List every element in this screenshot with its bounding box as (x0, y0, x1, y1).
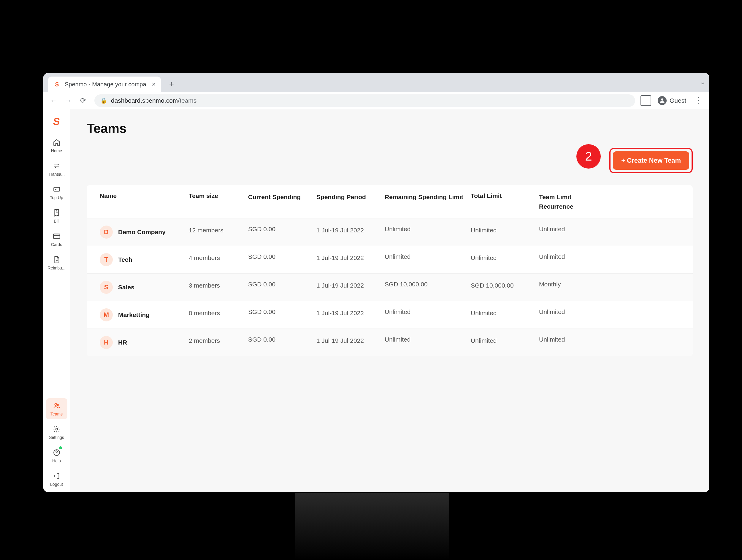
cell-spending: SGD 0.00 (248, 226, 316, 233)
close-icon[interactable]: × (152, 80, 156, 88)
sidebar-item-reimbursement[interactable]: Reimbu... (46, 252, 67, 273)
cell-remaining: Unlimited (385, 226, 471, 233)
svg-point-4 (57, 404, 59, 406)
extension-icon[interactable] (640, 95, 651, 106)
screen: S Spenmo - Manage your compa × ＋ ⌄ ← → ⟳… (43, 73, 709, 492)
cell-name: DDemo Company (100, 226, 189, 239)
cell-total: Unlimited (471, 253, 539, 263)
gear-icon (52, 425, 61, 434)
logout-icon (52, 471, 61, 481)
cell-name: SSales (100, 281, 189, 294)
cell-remaining: Unlimited (385, 309, 471, 316)
chevron-down-icon[interactable]: ⌄ (700, 78, 705, 86)
table-row[interactable]: MMarketting0 membersSGD 0.001 Jul-19 Jul… (87, 301, 693, 329)
cell-period: 1 Jul-19 Jul 2022 (316, 336, 385, 345)
tab-title: Spenmo - Manage your compa (65, 81, 148, 88)
table-row[interactable]: HHR2 membersSGD 0.001 Jul-19 Jul 2022Unl… (87, 329, 693, 356)
cell-spending: SGD 0.00 (248, 336, 316, 343)
cell-period: 1 Jul-19 Jul 2022 (316, 281, 385, 290)
person-icon (658, 96, 667, 105)
url-text: dashboard.spenmo.com/teams (111, 97, 197, 104)
teams-table: Name Team size Current Spending Spending… (87, 185, 693, 356)
team-avatar: H (100, 336, 113, 349)
bill-icon: $ (52, 208, 61, 217)
cell-size: 12 members (189, 226, 248, 235)
col-recurrence: Team Limit Recurrence (539, 192, 604, 211)
cell-total: Unlimited (471, 336, 539, 345)
team-avatar: D (100, 226, 113, 239)
table-row[interactable]: TTech4 membersSGD 0.001 Jul-19 Jul 2022U… (87, 246, 693, 273)
sidebar-item-transactions[interactable]: Transa... (46, 159, 67, 179)
table-row[interactable]: SSales3 membersSGD 0.001 Jul-19 Jul 2022… (87, 273, 693, 301)
reload-button[interactable]: ⟳ (77, 95, 89, 107)
team-avatar: T (100, 253, 113, 266)
cell-spending: SGD 0.00 (248, 281, 316, 288)
team-avatar: S (100, 281, 113, 294)
new-tab-button[interactable]: ＋ (165, 77, 178, 90)
sidebar-item-topup[interactable]: Top Up (46, 182, 67, 203)
sidebar-item-home[interactable]: Home (46, 135, 67, 156)
sidebar-item-help[interactable]: Help (46, 445, 67, 466)
sidebar-item-logout[interactable]: Logout (46, 468, 67, 490)
browser-tab[interactable]: S Spenmo - Manage your compa × (48, 76, 161, 92)
reimburse-icon (52, 255, 61, 264)
cell-recurrence: Unlimited (539, 336, 604, 343)
sidebar-item-cards[interactable]: Cards (46, 229, 67, 250)
cell-period: 1 Jul-19 Jul 2022 (316, 309, 385, 318)
cell-period: 1 Jul-19 Jul 2022 (316, 253, 385, 263)
cell-recurrence: Unlimited (539, 253, 604, 260)
svg-point-5 (55, 428, 58, 430)
help-icon (52, 448, 61, 457)
team-name: HR (118, 338, 127, 347)
col-current-spending: Current Spending (248, 192, 316, 202)
spenmo-favicon: S (53, 81, 61, 88)
address-bar[interactable]: 🔒 dashboard.spenmo.com/teams (94, 94, 635, 107)
action-row: 2 + Create New Team (87, 148, 693, 173)
svg-rect-2 (53, 234, 60, 238)
cell-total: Unlimited (471, 226, 539, 235)
cell-size: 4 members (189, 253, 248, 263)
spenmo-logo[interactable]: S (53, 116, 60, 127)
cell-size: 3 members (189, 281, 248, 290)
teams-icon (52, 401, 61, 410)
cell-recurrence: Unlimited (539, 226, 604, 233)
col-remaining-limit: Remaining Spending Limit (385, 192, 471, 202)
page-title: Teams (87, 121, 693, 136)
guest-label: Guest (670, 97, 686, 104)
cell-period: 1 Jul-19 Jul 2022 (316, 226, 385, 235)
sidebar-item-settings[interactable]: Settings (46, 422, 67, 443)
browser-tabbar: S Spenmo - Manage your compa × ＋ ⌄ (43, 73, 709, 92)
cell-remaining: SGD 10,000.00 (385, 281, 471, 288)
app-body: S Home Transa... Top Up $ Bill (43, 109, 709, 492)
create-new-team-button[interactable]: + Create New Team (613, 151, 689, 170)
col-spending-period: Spending Period (316, 192, 385, 202)
home-icon (52, 138, 61, 147)
cell-recurrence: Monthly (539, 281, 604, 288)
table-header-row: Name Team size Current Spending Spending… (87, 185, 693, 218)
cell-remaining: Unlimited (385, 336, 471, 343)
topup-icon (52, 185, 61, 194)
forward-button[interactable]: → (62, 95, 74, 107)
browser-menu-icon[interactable]: ⋮ (692, 96, 705, 105)
lock-icon: 🔒 (100, 97, 107, 104)
cell-name: MMarketting (100, 309, 189, 321)
svg-point-3 (55, 403, 57, 405)
create-team-highlight: + Create New Team (609, 148, 693, 173)
team-name: Demo Company (118, 227, 166, 237)
profile-button[interactable]: Guest (655, 96, 689, 105)
cell-remaining: Unlimited (385, 253, 471, 260)
monitor-frame: S Spenmo - Manage your compa × ＋ ⌄ ← → ⟳… (37, 66, 716, 499)
col-team-size: Team size (189, 192, 248, 200)
sidebar-item-teams[interactable]: Teams (46, 398, 67, 419)
team-name: Marketting (118, 310, 150, 320)
col-name: Name (100, 192, 189, 200)
cell-total: Unlimited (471, 309, 539, 318)
team-avatar: M (100, 309, 113, 321)
back-button[interactable]: ← (48, 95, 59, 107)
card-icon (52, 232, 61, 241)
step-callout-2: 2 (576, 144, 601, 169)
sidebar-item-bill[interactable]: $ Bill (46, 205, 67, 226)
monitor-stand (295, 493, 449, 560)
table-row[interactable]: DDemo Company12 membersSGD 0.001 Jul-19 … (87, 218, 693, 246)
cell-size: 0 members (189, 309, 248, 318)
